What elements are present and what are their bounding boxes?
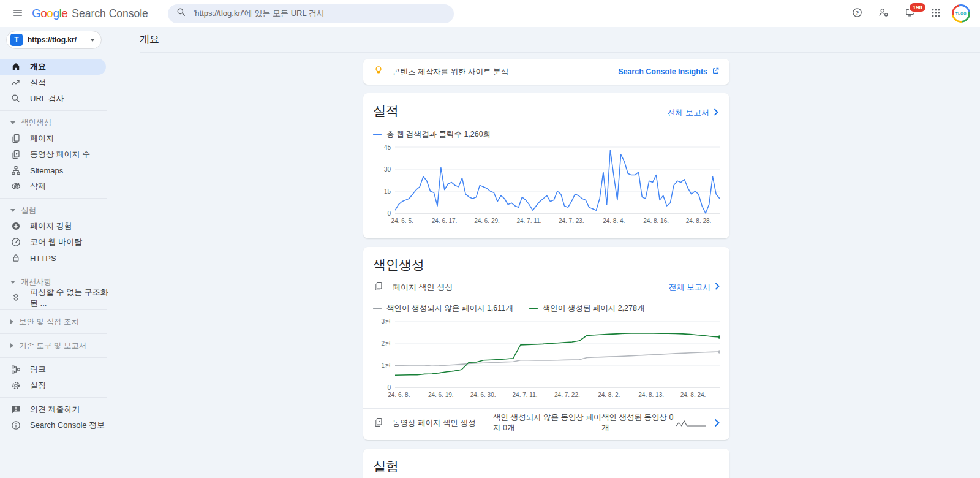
hamburger-menu-button[interactable]: [7, 3, 28, 24]
structured-data-icon: [10, 292, 21, 303]
video-indexing-row[interactable]: 동영상 페이지 색인 생성 색인 생성되지 않은 동영상 페이지 0개 색인 생…: [373, 409, 720, 437]
sidebar-item-links[interactable]: 링크: [0, 362, 113, 377]
video-indexed-count: 색인 생성된 동영상 0개: [601, 412, 676, 433]
sidebar-item-label: Sitemaps: [30, 166, 63, 175]
external-link-icon: [712, 67, 720, 77]
page-indexing-subtitle: 페이지 색인 생성: [393, 282, 453, 293]
insights-banner: 콘텐츠 제작자를 위한 사이트 분석 Search Console Insigh…: [363, 59, 729, 85]
sidebar-item-video-pages[interactable]: 동영상 페이지 수: [0, 146, 113, 162]
sidebar-item-label: 설정: [30, 380, 46, 391]
sidebar-item-label: 페이지 경험: [30, 221, 72, 232]
sidebar-section-experience[interactable]: 실험: [0, 202, 113, 218]
sidebar-item-core-web-vitals[interactable]: 코어 웹 바이탈: [0, 234, 113, 250]
svg-text:24. 7. 22.: 24. 7. 22.: [554, 392, 580, 398]
indexing-card: 색인생성 페이지 색인 생성 전체 보고서: [363, 247, 729, 440]
video-pages-icon: [10, 149, 21, 160]
legend-item-clicks: 총 웹 검색결과 클릭수 1,260회: [373, 129, 491, 140]
svg-text:?: ?: [855, 10, 859, 16]
section-label: 색인생성: [21, 118, 51, 128]
sidebar-item-label: 파싱할 수 없는 구조화된 ...: [30, 287, 113, 309]
chevron-down-icon: [90, 39, 95, 42]
sidebar-item-performance[interactable]: 실적: [0, 75, 113, 91]
svg-text:24. 8. 24.: 24. 8. 24.: [680, 392, 706, 398]
user-settings-button[interactable]: [873, 3, 894, 24]
pages-icon: [373, 281, 384, 294]
url-inspect-search-input[interactable]: 'https://tlog.kr/'에 있는 모든 URL 검사: [168, 4, 454, 23]
sidebar-item-label: 동영상 페이지 수: [30, 149, 90, 160]
svg-text:30: 30: [384, 166, 391, 173]
search-console-insights-link[interactable]: Search Console Insights: [618, 67, 720, 77]
section-label: 기존 도구 및 보고서: [19, 341, 86, 351]
page-header: 개요: [140, 27, 980, 53]
triangle-down-icon: [10, 121, 15, 124]
gear-icon: [10, 380, 21, 391]
svg-text:24. 6. 5.: 24. 6. 5.: [391, 218, 413, 224]
sidebar: T https://tlog.kr/ 개요 실적 URL 검: [0, 27, 113, 478]
sidebar-item-https[interactable]: HTTPS: [0, 250, 113, 266]
svg-text:0: 0: [387, 384, 391, 391]
sidebar-item-label: 실적: [30, 77, 46, 88]
help-button[interactable]: ?: [846, 3, 867, 24]
feedback-icon: [10, 404, 21, 415]
link-label: 전체 보고서: [668, 282, 710, 293]
sidebar-item-url-inspection[interactable]: URL 검사: [0, 91, 113, 107]
sidebar-item-removals[interactable]: 삭제: [0, 178, 113, 194]
divider: [0, 333, 107, 334]
link-label: Search Console Insights: [618, 67, 707, 76]
product-name: Search Console: [72, 7, 148, 20]
svg-text:24. 8. 2.: 24. 8. 2.: [598, 392, 620, 398]
sidebar-item-settings[interactable]: 설정: [0, 377, 113, 393]
sidebar-item-about[interactable]: Search Console 정보: [0, 417, 113, 433]
account-avatar[interactable]: TLOG: [952, 4, 970, 23]
search-icon: [10, 93, 21, 104]
sidebar-section-legacy-tools[interactable]: 기존 도구 및 보고서: [0, 338, 113, 354]
sidebar-section-security[interactable]: 보안 및 직접 조치: [0, 314, 113, 330]
svg-text:24. 6. 29.: 24. 6. 29.: [474, 218, 500, 224]
apps-grid-button[interactable]: [925, 3, 946, 24]
sidebar-item-feedback[interactable]: 의견 제출하기: [0, 401, 113, 417]
divider: [0, 309, 107, 310]
sidebar-item-label: 개요: [30, 61, 46, 72]
triangle-down-icon: [10, 209, 15, 212]
property-initial-badge: T: [10, 34, 23, 46]
topbar: Google Search Console 'https://tlog.kr/'…: [0, 0, 980, 27]
sidebar-item-pages[interactable]: 페이지: [0, 131, 113, 146]
indexing-full-report-link[interactable]: 전체 보고서: [668, 282, 720, 293]
video-indexing-chevron[interactable]: [714, 419, 720, 427]
page-indexing-subheader: 페이지 색인 생성 전체 보고서: [373, 281, 720, 294]
search-icon: [176, 7, 187, 20]
google-wordmark: Google: [32, 7, 67, 20]
sidebar-item-label: Search Console 정보: [30, 420, 105, 431]
triangle-right-icon: [10, 343, 13, 348]
topbar-actions: ? 198: [846, 3, 970, 24]
video-sparkline-chart: [676, 418, 714, 428]
notifications-button[interactable]: 198: [899, 3, 920, 24]
page-title: 개요: [140, 33, 159, 46]
sidebar-item-label: 삭제: [30, 181, 46, 192]
sidebar-section-indexing[interactable]: 색인생성: [0, 115, 113, 131]
notification-count-badge: 198: [908, 2, 927, 13]
property-selector[interactable]: T https://tlog.kr/: [6, 31, 102, 49]
banner-text: 콘텐츠 제작자를 위한 사이트 분석: [393, 67, 508, 77]
performance-full-report-link[interactable]: 전체 보고서: [667, 107, 718, 118]
indexing-chart: 01천2천3천24. 6. 8.24. 6. 19.24. 6. 30.24. …: [373, 317, 720, 401]
sidebar-nav: 개요 실적 URL 검사 색인생성: [0, 59, 113, 433]
app-logo[interactable]: Google Search Console: [32, 7, 148, 20]
lock-icon: [10, 252, 21, 264]
legend-item-not-indexed: 색인이 생성되지 않은 페이지 1,611개: [373, 303, 513, 314]
experience-card-title: 실험: [373, 458, 720, 475]
legend-item-indexed: 색인이 생성된 페이지 2,278개: [529, 303, 645, 314]
indexing-legend: 색인이 생성되지 않은 페이지 1,611개 색인이 생성된 페이지 2,278…: [373, 303, 720, 314]
performance-card: 실적 전체 보고서 총 웹 검색결과 클릭수 1,260회 015304524.…: [363, 93, 729, 238]
lightbulb-icon: [373, 65, 384, 78]
sidebar-item-overview[interactable]: 개요: [0, 59, 106, 75]
sidebar-item-unparsable-structured-data[interactable]: 파싱할 수 없는 구조화된 ...: [0, 290, 113, 306]
divider: [0, 357, 107, 358]
sidebar-item-sitemaps[interactable]: Sitemaps: [0, 162, 113, 178]
svg-text:24. 6. 30.: 24. 6. 30.: [470, 392, 496, 398]
svg-text:45: 45: [384, 144, 391, 151]
performance-chart: 015304524. 6. 5.24. 6. 17.24. 6. 29.24. …: [373, 143, 720, 227]
legend-label: 총 웹 검색결과 클릭수 1,260회: [386, 129, 491, 140]
sidebar-item-page-experience[interactable]: 페이지 경험: [0, 218, 113, 234]
svg-text:2천: 2천: [381, 340, 391, 347]
